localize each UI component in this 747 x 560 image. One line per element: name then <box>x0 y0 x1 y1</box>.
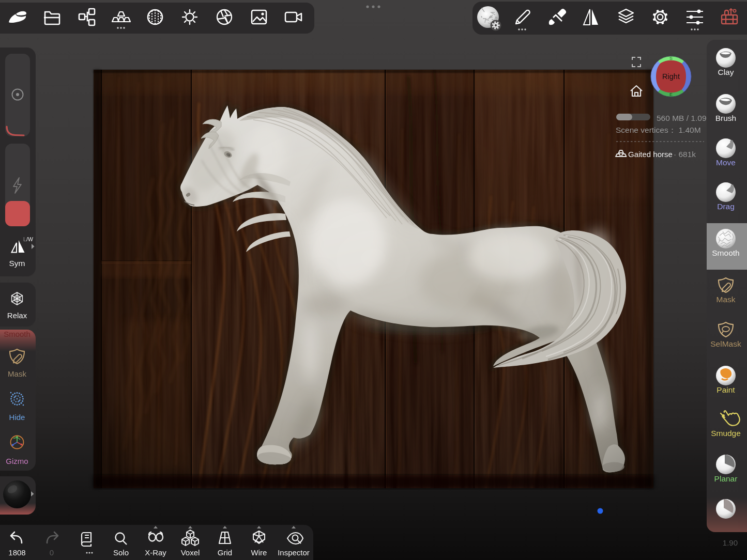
svg-text:0: 0 <box>50 548 54 557</box>
svg-text:Mask: Mask <box>716 295 735 304</box>
svg-text:Wire: Wire <box>251 548 267 557</box>
svg-text:Smooth: Smooth <box>4 330 31 338</box>
svg-text:Right: Right <box>662 72 680 81</box>
svg-text:Paint: Paint <box>716 385 735 394</box>
svg-text:Scene vertices： 1.40M: Scene vertices： 1.40M <box>616 126 701 134</box>
svg-text:Gaited horse: Gaited horse <box>628 150 673 159</box>
svg-text:Gizmo: Gizmo <box>6 457 28 465</box>
svg-text:560 MB / 1.09 G: 560 MB / 1.09 G <box>657 114 715 122</box>
svg-text:Brush: Brush <box>715 114 737 122</box>
svg-text:Mask: Mask <box>8 369 26 378</box>
svg-text:/W: /W <box>26 236 33 242</box>
svg-text:Drag: Drag <box>717 202 735 211</box>
svg-text:Grid: Grid <box>218 548 232 557</box>
svg-text:Smudge: Smudge <box>711 429 741 438</box>
svg-text:Hide: Hide <box>9 413 25 422</box>
svg-text:Relax: Relax <box>7 311 27 320</box>
svg-text:X-Ray: X-Ray <box>145 548 166 557</box>
svg-text:S: S <box>669 56 673 61</box>
svg-text:Voxel: Voxel <box>181 548 200 557</box>
svg-text:Smooth: Smooth <box>712 248 739 257</box>
svg-text:Planar: Planar <box>714 474 738 483</box>
svg-text:Inspector: Inspector <box>278 548 310 557</box>
svg-text:Clay: Clay <box>718 68 734 76</box>
svg-text:1.90: 1.90 <box>723 538 738 547</box>
svg-text:· 681k: · 681k <box>674 150 696 159</box>
svg-text:Solo: Solo <box>113 548 129 557</box>
svg-text:Sym: Sym <box>9 259 25 268</box>
svg-text:Move: Move <box>716 158 736 167</box>
svg-text:SelMask: SelMask <box>710 339 741 348</box>
svg-text:1808: 1808 <box>8 548 25 557</box>
svg-text:E: E <box>669 92 673 97</box>
